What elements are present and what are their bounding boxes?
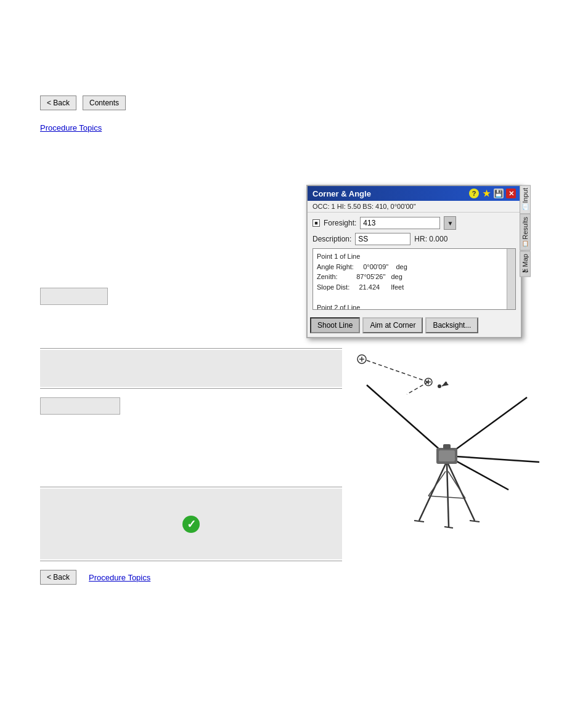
back-button[interactable]: < Back <box>40 95 76 110</box>
foresight-input[interactable] <box>360 217 440 229</box>
back-button-bottom[interactable]: < Back <box>40 570 76 585</box>
diagram-svg <box>348 348 545 551</box>
foresight-row: ■ Foresight: ▼ <box>312 216 516 230</box>
svg-line-13 <box>447 456 539 462</box>
foresight-checkbox[interactable]: ■ <box>312 219 320 227</box>
aim-at-corner-button[interactable]: Aim at Corner <box>362 317 423 333</box>
description-input[interactable] <box>355 233 410 245</box>
divider-1 <box>40 348 342 349</box>
content-box-2: ✓ <box>40 489 342 559</box>
description-row: Description: HR: 0.000 <box>312 233 516 245</box>
svg-line-22 <box>470 521 480 522</box>
svg-line-0 <box>367 360 428 382</box>
content-line-5 <box>317 292 502 302</box>
side-tabs: 📄Input 📋Results 🗺Map <box>520 185 531 277</box>
svg-line-21 <box>414 521 424 522</box>
gray-box-button-1[interactable] <box>40 288 108 305</box>
dialog-action-buttons: Shoot Line Aim at Corner Backsight... <box>308 317 521 337</box>
svg-rect-16 <box>439 450 455 461</box>
dialog-title: Corner & Angle <box>312 189 371 198</box>
backsight-button[interactable]: Backsight... <box>425 317 478 333</box>
success-checkmark: ✓ <box>182 516 200 533</box>
tab-map[interactable]: 🗺Map <box>520 251 531 277</box>
divider-3 <box>40 487 342 487</box>
dialog-body: ■ Foresight: ▼ Description: HR: 0.000 Po… <box>308 213 521 317</box>
svg-line-25 <box>428 471 446 496</box>
dialog-info-row: OCC: 1 HI: 5.50 BS: 410, 0°00'00" <box>308 201 521 213</box>
shoot-line-button[interactable]: Shoot Line <box>310 317 360 333</box>
gray-box-button-2[interactable] <box>40 397 120 415</box>
divider-2 <box>40 388 342 389</box>
svg-line-12 <box>447 397 527 456</box>
content-line-1: Point 1 of Line <box>317 251 502 262</box>
content-line-4: Slope Dist: 21.424 lfeet <box>317 282 502 293</box>
svg-rect-17 <box>443 444 451 449</box>
svg-line-26 <box>448 471 465 498</box>
hr-label: HR: 0.000 <box>414 235 447 243</box>
content-line-2: Angle Right: 0°00'09" deg <box>317 262 502 272</box>
svg-line-20 <box>447 464 449 527</box>
titlebar-icons: ? ★ 💾 ✕ <box>469 189 516 198</box>
description-label: Description: <box>312 235 351 243</box>
dialog-titlebar: Corner & Angle ? ★ 💾 ✕ <box>308 186 521 201</box>
procedure-topics-link-bottom[interactable]: Procedure Topics <box>89 573 150 582</box>
svg-line-18 <box>419 464 446 521</box>
bottom-row: < Back Procedure Topics <box>40 570 150 585</box>
svg-line-23 <box>444 527 453 528</box>
tab-results[interactable]: 📋Results <box>520 214 531 251</box>
dialog-content-area: Point 1 of Line Angle Right: 0°00'09" de… <box>312 248 516 310</box>
divider-4 <box>40 561 342 561</box>
survey-diagram <box>348 348 545 551</box>
corner-angle-dialog: Corner & Angle ? ★ 💾 ✕ OCC: 1 HI: 5.50 B… <box>306 185 522 338</box>
svg-point-8 <box>438 384 441 388</box>
tab-input[interactable]: 📄Input <box>520 185 531 214</box>
content-scrollbar[interactable] <box>507 249 515 309</box>
star-icon[interactable]: ★ <box>481 189 491 198</box>
save-icon[interactable]: 💾 <box>494 189 504 198</box>
content-line-3: Zenith: 87°05'26" deg <box>317 272 502 282</box>
contents-button[interactable]: Contents <box>83 95 126 110</box>
procedure-topics-link[interactable]: Procedure Topics <box>40 123 102 132</box>
close-icon[interactable]: ✕ <box>506 189 516 198</box>
help-icon[interactable]: ? <box>469 189 479 198</box>
foresight-dropdown[interactable]: ▼ <box>444 216 456 230</box>
foresight-label: Foresight: <box>324 219 356 227</box>
content-line-6: Point 2 of Line <box>317 302 502 310</box>
svg-line-24 <box>428 496 465 498</box>
content-box-1 <box>40 350 342 387</box>
svg-line-11 <box>367 385 447 456</box>
svg-marker-10 <box>442 381 449 386</box>
top-buttons: < Back Contents <box>40 95 126 110</box>
